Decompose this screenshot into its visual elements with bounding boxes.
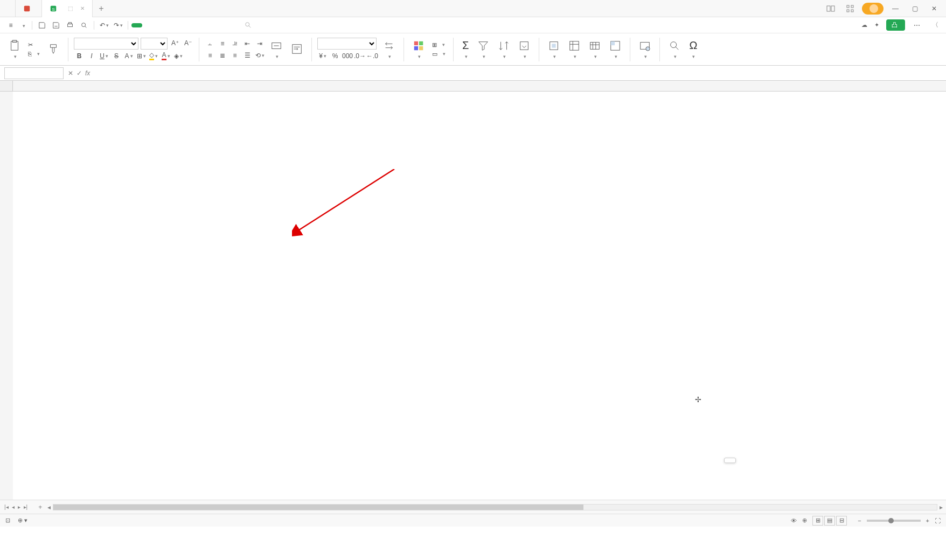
decrease-decimal-icon[interactable]: ←.0 bbox=[367, 51, 378, 61]
fullscreen-icon[interactable]: ⛶ bbox=[935, 517, 941, 524]
decrease-font-icon[interactable]: A⁻ bbox=[183, 38, 193, 48]
rowcol-button[interactable] bbox=[565, 39, 583, 60]
tab-workbook[interactable]: S ⬚ ✕ bbox=[42, 0, 93, 17]
number-format-select[interactable] bbox=[317, 38, 377, 50]
a11y-icon[interactable]: ⊕ bbox=[802, 517, 807, 524]
select-all-corner[interactable] bbox=[0, 81, 13, 91]
share-button[interactable]: 凸 bbox=[886, 19, 905, 31]
freeze-button[interactable] bbox=[606, 39, 624, 60]
paste-button[interactable] bbox=[5, 39, 24, 60]
indent-right-icon[interactable]: ⇥ bbox=[254, 38, 265, 49]
tab-home[interactable] bbox=[0, 0, 16, 17]
ribbon-tab-data[interactable] bbox=[179, 23, 190, 27]
zoom-out-button[interactable]: − bbox=[858, 517, 861, 524]
currency-icon[interactable]: ¥ bbox=[317, 51, 328, 61]
align-top-icon[interactable]: ⫠ bbox=[205, 38, 215, 49]
ribbon-tab-layout[interactable] bbox=[155, 23, 166, 27]
tab-close-icon[interactable]: ✕ bbox=[80, 5, 85, 11]
sheet-nav-last[interactable]: ▸| bbox=[23, 504, 29, 510]
grid-icon[interactable] bbox=[843, 2, 858, 15]
status-mode[interactable]: ⊕ ▾ bbox=[18, 517, 27, 524]
sum-button[interactable]: Σ bbox=[459, 38, 472, 60]
merge-center-button[interactable] bbox=[267, 39, 286, 60]
orientation-icon[interactable]: ⟲ bbox=[254, 50, 265, 61]
maximize-button[interactable]: ▢ bbox=[907, 2, 922, 15]
menu-hamburger-icon[interactable]: ≡ bbox=[4, 19, 17, 32]
undo-button[interactable]: ↶ bbox=[98, 19, 110, 32]
zoom-in-button[interactable]: + bbox=[926, 517, 929, 524]
add-sheet-button[interactable]: + bbox=[33, 503, 47, 511]
formula-input[interactable] bbox=[94, 67, 942, 79]
save-icon[interactable] bbox=[36, 19, 48, 32]
close-button[interactable]: ✕ bbox=[927, 2, 942, 15]
font-size-select[interactable] bbox=[141, 38, 168, 50]
ribbon-tab-review[interactable] bbox=[191, 23, 201, 27]
align-center-icon[interactable]: ≣ bbox=[217, 50, 228, 61]
cell-button[interactable] bbox=[545, 39, 563, 60]
eye-icon[interactable]: 👁 bbox=[791, 517, 797, 524]
underline-button[interactable]: U bbox=[99, 51, 109, 61]
increase-decimal-icon[interactable]: .0→ bbox=[354, 51, 365, 61]
fx-icon[interactable]: fx bbox=[85, 69, 90, 77]
italic-button[interactable]: I bbox=[86, 51, 97, 61]
sheet-nav-first[interactable]: |◂ bbox=[3, 504, 10, 510]
tab-templates[interactable] bbox=[16, 0, 42, 17]
symbol-button[interactable]: Ω bbox=[686, 38, 700, 60]
font-name-select[interactable] bbox=[74, 38, 138, 50]
indent-left-icon[interactable]: ⇤ bbox=[242, 38, 253, 49]
table-tools-button[interactable] bbox=[636, 39, 654, 60]
worksheet-button[interactable] bbox=[586, 39, 604, 60]
tab-close-icon[interactable]: ⬚ bbox=[68, 5, 73, 11]
view-break-icon[interactable]: ⊟ bbox=[836, 516, 847, 526]
view-normal-icon[interactable]: ⊞ bbox=[812, 516, 823, 526]
sort-button[interactable] bbox=[495, 39, 513, 60]
cut-button[interactable]: ✂ bbox=[26, 41, 42, 49]
login-button[interactable] bbox=[862, 3, 884, 15]
align-left-icon[interactable]: ≡ bbox=[205, 50, 215, 61]
table-style-button[interactable]: ⊞ bbox=[430, 41, 448, 49]
fill-button[interactable] bbox=[515, 39, 533, 60]
more-icon[interactable]: ⋯ bbox=[910, 19, 923, 32]
filter-button[interactable] bbox=[474, 39, 492, 60]
justify-icon[interactable]: ☰ bbox=[242, 50, 253, 61]
layout-icon[interactable] bbox=[823, 2, 838, 15]
collapse-ribbon-icon[interactable]: 〈 bbox=[929, 19, 942, 32]
ribbon-tab-dev[interactable] bbox=[214, 23, 225, 27]
cancel-formula-icon[interactable]: ✕ bbox=[68, 69, 73, 77]
find-button[interactable] bbox=[665, 39, 684, 60]
mode-icon[interactable]: ⊡ bbox=[5, 517, 10, 524]
coop-button[interactable]: ✦ bbox=[874, 22, 881, 29]
align-bottom-icon[interactable]: ⫡ bbox=[229, 38, 240, 49]
comma-icon[interactable]: 000 bbox=[342, 51, 353, 61]
clear-format-button[interactable]: ◈ bbox=[173, 51, 184, 61]
font-effect-button[interactable]: A bbox=[123, 51, 134, 61]
increase-font-icon[interactable]: A⁺ bbox=[170, 38, 180, 48]
ribbon-tab-formula[interactable] bbox=[167, 23, 178, 27]
command-search[interactable] bbox=[245, 22, 254, 29]
cond-format-button[interactable] bbox=[409, 39, 428, 60]
cells-area[interactable] bbox=[13, 92, 946, 500]
strikethrough-button[interactable]: S bbox=[111, 51, 122, 61]
fill-color-button[interactable]: ◇ bbox=[148, 51, 159, 61]
horizontal-scrollbar[interactable]: ◂ ▸ bbox=[47, 503, 943, 511]
border-button[interactable]: ⊞ bbox=[136, 51, 147, 61]
name-box[interactable] bbox=[4, 67, 64, 79]
sheet-nav-prev[interactable]: ◂ bbox=[11, 504, 16, 510]
print-preview-icon[interactable] bbox=[78, 19, 91, 32]
ribbon-tab-start[interactable] bbox=[131, 23, 142, 27]
view-page-icon[interactable]: ▤ bbox=[824, 516, 835, 526]
ribbon-tab-member[interactable] bbox=[226, 23, 237, 27]
accept-formula-icon[interactable]: ✓ bbox=[76, 69, 82, 77]
align-right-icon[interactable]: ≡ bbox=[229, 50, 240, 61]
redo-button[interactable]: ↷ bbox=[112, 19, 124, 32]
ribbon-tab-view[interactable] bbox=[203, 23, 213, 27]
cell-style-button[interactable]: ▭ bbox=[430, 50, 448, 58]
tab-add-button[interactable]: + bbox=[93, 4, 110, 13]
type-convert-button[interactable] bbox=[380, 39, 398, 60]
wrap-text-button[interactable] bbox=[288, 42, 306, 57]
percent-icon[interactable]: % bbox=[330, 51, 340, 61]
minimize-button[interactable]: — bbox=[888, 2, 903, 15]
ribbon-tab-insert[interactable] bbox=[143, 23, 154, 27]
cloud-status[interactable]: ☁ bbox=[861, 22, 869, 29]
align-middle-icon[interactable]: ≡ bbox=[217, 38, 228, 49]
